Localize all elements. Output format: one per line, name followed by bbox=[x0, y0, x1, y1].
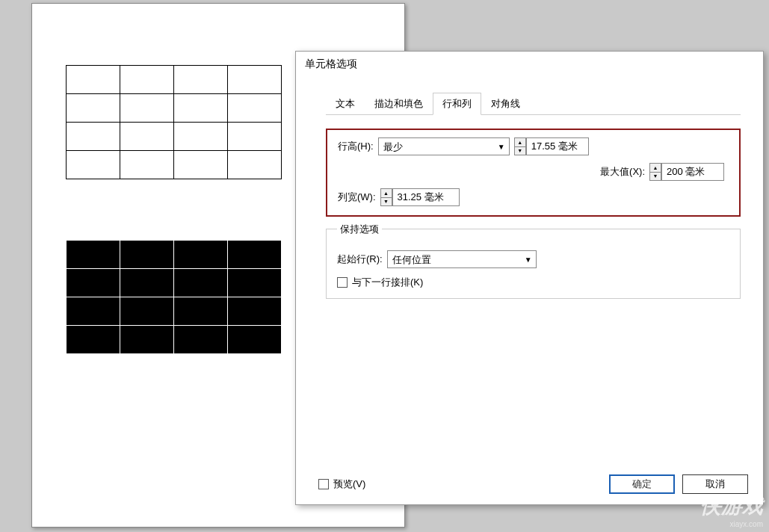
sample-table-white bbox=[66, 65, 282, 179]
start-row-label: 起始行(R): bbox=[337, 253, 383, 266]
keep-next-row-checkbox[interactable] bbox=[337, 277, 348, 288]
keep-options-legend: 保持选项 bbox=[337, 223, 382, 236]
max-value-input[interactable] bbox=[661, 163, 724, 181]
watermark-site: xiayx.com bbox=[700, 519, 763, 529]
tabs: 文本 描边和填色 行和列 对角线 bbox=[326, 92, 741, 115]
row-height-input[interactable] bbox=[526, 137, 589, 155]
dialog-title: 单元格选项 bbox=[296, 52, 763, 77]
preview-checkbox[interactable] bbox=[318, 479, 329, 489]
row-col-settings-highlight: 行高(H): 最少 ▼ ▲▼ 最大值(X): ▲▼ 列宽(W): ▲▼ bbox=[326, 129, 741, 217]
col-width-input[interactable] bbox=[392, 188, 460, 206]
row-height-label: 行高(H): bbox=[338, 140, 374, 153]
keep-options-group: 保持选项 起始行(R): 任何位置 ▼ 与下一行接排(K) bbox=[326, 229, 741, 299]
max-value-spinner[interactable]: ▲▼ bbox=[649, 163, 661, 181]
row-height-spinner[interactable]: ▲▼ bbox=[514, 137, 526, 155]
tab-stroke-fill[interactable]: 描边和填色 bbox=[365, 93, 433, 115]
tab-rows-cols[interactable]: 行和列 bbox=[433, 93, 481, 115]
row-height-mode-select[interactable]: 最少 bbox=[378, 137, 510, 155]
ok-button[interactable]: 确定 bbox=[609, 474, 675, 494]
preview-label: 预览(V) bbox=[333, 477, 365, 491]
tab-diagonal[interactable]: 对角线 bbox=[481, 93, 530, 115]
start-row-select[interactable]: 任何位置 bbox=[387, 250, 537, 268]
sample-table-black bbox=[66, 240, 282, 354]
cancel-button[interactable]: 取消 bbox=[682, 474, 748, 494]
keep-next-row-label: 与下一行接排(K) bbox=[352, 276, 423, 289]
max-value-label: 最大值(X): bbox=[600, 165, 645, 179]
col-width-spinner[interactable]: ▲▼ bbox=[380, 188, 392, 206]
tab-text[interactable]: 文本 bbox=[326, 93, 365, 115]
cell-options-dialog: 单元格选项 文本 描边和填色 行和列 对角线 行高(H): 最少 ▼ ▲▼ bbox=[295, 51, 764, 505]
col-width-label: 列宽(W): bbox=[338, 191, 376, 204]
